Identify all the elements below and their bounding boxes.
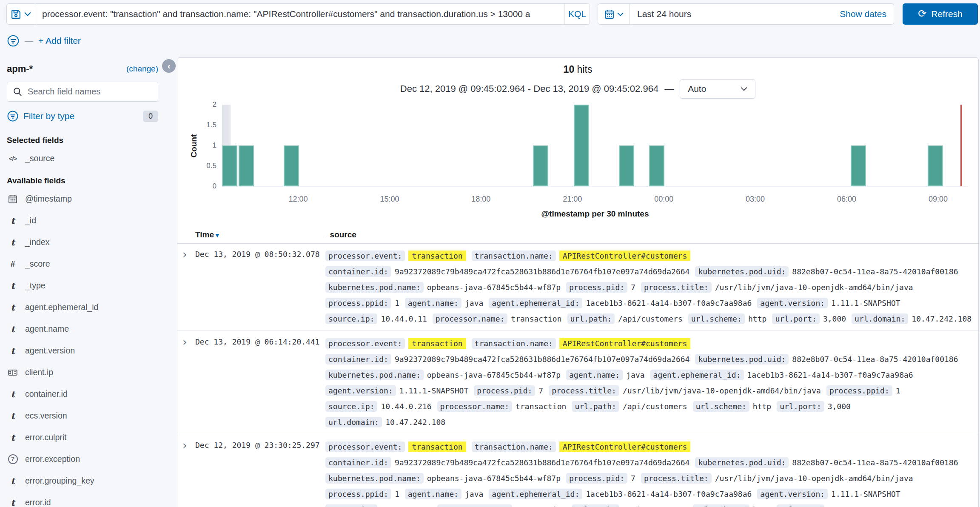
field-pair: transaction.name:APIRestController#custo… bbox=[472, 336, 691, 351]
field-value-highlighted: transaction bbox=[408, 441, 466, 452]
field-value: transaction bbox=[516, 505, 566, 507]
field-key: agent.ephemeral_id: bbox=[650, 370, 744, 380]
available-fields-heading: Available fields bbox=[7, 176, 158, 185]
table-row: ›Dec 12, 2019 @ 23:30:25.297processor.ev… bbox=[177, 434, 978, 507]
histogram-bar[interactable] bbox=[222, 145, 237, 186]
field-pair: agent.ephemeral_id:1aceb1b3-8621-4a14-b3… bbox=[650, 367, 913, 383]
show-dates-link[interactable]: Show dates bbox=[840, 9, 886, 19]
histogram-bar[interactable] bbox=[851, 145, 866, 186]
quick-select-button[interactable] bbox=[598, 3, 630, 25]
query-language-button[interactable]: KQL bbox=[564, 4, 590, 24]
table-row: ›Dec 13, 2019 @ 06:14:20.441processor.ev… bbox=[177, 331, 978, 434]
expand-row-icon[interactable]: › bbox=[182, 248, 187, 260]
histogram-bar[interactable] bbox=[239, 145, 254, 186]
filter-by-type-icon bbox=[7, 110, 19, 122]
refresh-button[interactable]: ⟳ Refresh bbox=[903, 3, 978, 25]
field-pair: processor.name:transaction bbox=[437, 502, 567, 507]
field-name: @timestamp bbox=[25, 194, 72, 204]
field-value: http bbox=[753, 505, 771, 507]
field-item-error.id[interactable]: terror.id bbox=[7, 492, 158, 507]
field-pair: processor.event:transaction bbox=[325, 248, 466, 264]
current-time-marker bbox=[960, 105, 962, 186]
field-item-agent.name[interactable]: tagent.name bbox=[7, 318, 158, 340]
table-header: Time▾ _source bbox=[177, 230, 978, 244]
field-value: /api/customers bbox=[618, 314, 683, 323]
field-value: transaction bbox=[516, 402, 566, 411]
save-query-button[interactable] bbox=[6, 3, 35, 25]
field-pair: kubernetes.pod.name:opbeans-java-67845c5… bbox=[325, 367, 561, 383]
x-tick-label: 09:00 bbox=[919, 195, 957, 204]
field-name: error.id bbox=[25, 498, 51, 507]
field-key: url.port: bbox=[777, 504, 824, 507]
filter-by-type-label: Filter by type bbox=[23, 111, 74, 121]
field-value: 9a92372089c79b489ca472fca528631b886d1e76… bbox=[395, 355, 690, 364]
field-item-_id[interactable]: t_id bbox=[7, 210, 158, 231]
histogram-bar[interactable] bbox=[284, 145, 299, 186]
field-name: client.ip bbox=[25, 367, 53, 377]
field-pair: source.ip:10.44.0.11 bbox=[325, 311, 427, 327]
x-tick-label: 21:00 bbox=[553, 195, 592, 204]
change-index-pattern-link[interactable]: (change) bbox=[126, 64, 158, 74]
field-value: opbeans-java-67845c5b44-wf87p bbox=[427, 474, 561, 483]
field-key: url.scheme: bbox=[693, 401, 749, 412]
field-item-error.exception[interactable]: ?error.exception bbox=[7, 448, 158, 470]
field-key: process.ppid: bbox=[325, 298, 391, 308]
field-key: process.title: bbox=[549, 385, 619, 396]
expand-row-icon[interactable]: › bbox=[182, 336, 187, 347]
field-key: kubernetes.pod.name: bbox=[325, 473, 424, 484]
histogram-plot[interactable] bbox=[222, 105, 968, 187]
field-key: processor.name: bbox=[433, 313, 508, 324]
histogram-chart: Count @timestamp per 30 minutes 21.510.5… bbox=[177, 58, 978, 228]
field-item-agent.ephemeral_id[interactable]: tagent.ephemeral_id bbox=[7, 296, 158, 318]
document-table: ›Dec 13, 2019 @ 08:50:32.078processor.ev… bbox=[177, 243, 978, 507]
field-item-_source[interactable]: </>_source bbox=[7, 148, 158, 169]
expand-row-icon[interactable]: › bbox=[182, 439, 187, 451]
histogram-bar[interactable] bbox=[574, 105, 589, 186]
histogram-bar[interactable] bbox=[928, 145, 943, 186]
field-item-error.culprit[interactable]: terror.culprit bbox=[7, 427, 158, 448]
field-pair: kubernetes.pod.name:opbeans-java-67845c5… bbox=[325, 470, 561, 486]
field-value: 9a92372089c79b489ca472fca528631b886d1e76… bbox=[395, 267, 690, 276]
histogram-bar[interactable] bbox=[533, 145, 548, 186]
field-item-agent.version[interactable]: tagent.version bbox=[7, 340, 158, 362]
field-item-_index[interactable]: t_index bbox=[7, 231, 158, 253]
x-tick-label: 06:00 bbox=[828, 195, 866, 204]
y-tick-label: 2 bbox=[193, 100, 217, 109]
field-item-ecs.version[interactable]: tecs.version bbox=[7, 405, 158, 427]
field-key: url.domain: bbox=[852, 313, 908, 324]
field-item-_type[interactable]: t_type bbox=[7, 275, 158, 296]
field-item-@timestamp[interactable]: @timestamp bbox=[7, 188, 158, 210]
field-name: error.exception bbox=[25, 454, 80, 464]
field-value-highlighted: APIRestController#customers bbox=[559, 441, 691, 452]
filter-by-type-button[interactable]: Filter by type bbox=[7, 110, 74, 122]
field-item-container.id[interactable]: tcontainer.id bbox=[7, 383, 158, 405]
field-pair: process.pid:7 bbox=[566, 279, 635, 295]
discover-panel: 10 hits Dec 12, 2019 @ 09:45:02.964 - De… bbox=[177, 57, 979, 507]
x-tick-label: 03:00 bbox=[736, 195, 775, 204]
time-range-field[interactable]: Last 24 hours Show dates bbox=[630, 3, 894, 25]
histogram-bar[interactable] bbox=[619, 145, 634, 186]
search-field-names-input[interactable] bbox=[7, 82, 158, 102]
field-key: source.ip: bbox=[325, 313, 377, 324]
field-pair: source.ip:10.44.0.113 bbox=[325, 502, 432, 507]
field-pair: process.ppid:1 bbox=[826, 383, 900, 399]
field-value: 1aceb1b3-8621-4a14-b307-f0a9c7aa98a6 bbox=[586, 299, 752, 308]
chevron-down-icon bbox=[617, 12, 624, 16]
collapse-sidebar-button[interactable]: ‹ bbox=[162, 59, 176, 73]
row-time: Dec 13, 2019 @ 08:50:32.078 bbox=[195, 250, 320, 259]
field-pair: process.title:/usr/lib/jvm/java-10-openj… bbox=[549, 383, 821, 399]
field-key: url.path: bbox=[572, 504, 619, 507]
field-item-_score[interactable]: #_score bbox=[7, 253, 158, 275]
field-pair: source.ip:10.44.0.216 bbox=[325, 399, 432, 414]
add-filter-link[interactable]: + Add filter bbox=[38, 36, 81, 46]
field-value: http bbox=[748, 314, 766, 323]
query-bar: KQL Last 24 hours Show dates ⟳ Refresh bbox=[6, 3, 978, 25]
query-input[interactable] bbox=[35, 4, 564, 24]
filter-options-icon[interactable] bbox=[7, 34, 20, 47]
time-column-header[interactable]: Time▾ bbox=[195, 230, 219, 239]
field-item-client.ip[interactable]: client.ip bbox=[7, 362, 158, 383]
field-name: error.culprit bbox=[25, 433, 67, 442]
field-value: java bbox=[626, 370, 644, 379]
histogram-bar[interactable] bbox=[649, 145, 664, 186]
field-item-error.grouping_key[interactable]: terror.grouping_key bbox=[7, 470, 158, 492]
